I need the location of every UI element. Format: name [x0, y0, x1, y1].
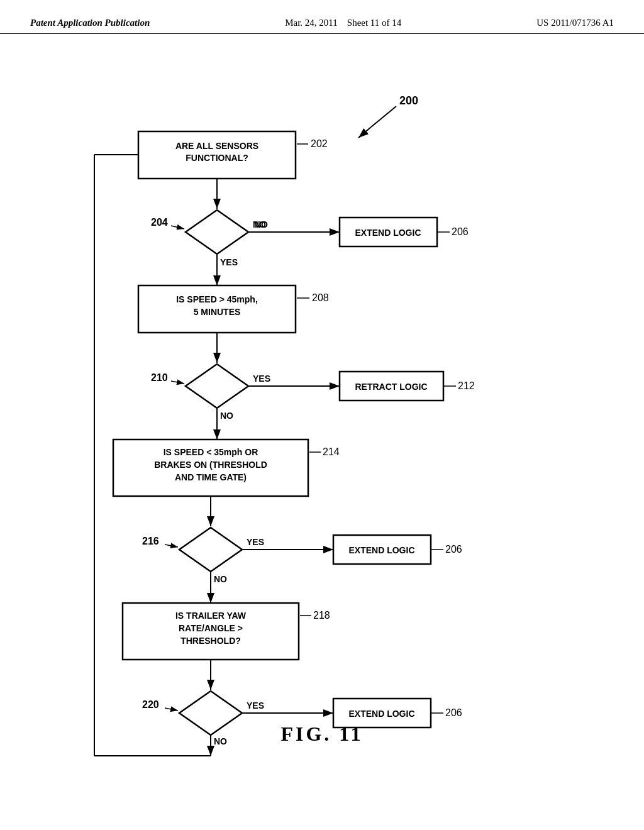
ref-220: 220 [142, 699, 159, 710]
node-202-text1: ARE ALL SENSORS [175, 141, 258, 151]
svg-line-0 [371, 106, 396, 127]
node-218-text3: THRESHOLD? [180, 636, 241, 646]
node-214-text2: BRAKES ON (THRESHOLD [154, 460, 267, 470]
ref-218: 218 [313, 610, 330, 621]
svg-line-6 [171, 226, 184, 229]
ref-208: 208 [312, 292, 329, 303]
date-sheet-label: Mar. 24, 2011 Sheet 11 of 14 [285, 18, 401, 28]
label-yes3-text: YES [247, 537, 264, 547]
node-214-text3: AND TIME GATE) [175, 472, 247, 482]
label-no4-text: NO [214, 736, 227, 746]
svg-line-18 [165, 545, 178, 547]
diamond-216 [179, 528, 242, 572]
svg-line-1 [358, 127, 371, 138]
figure-label: FIG. 11 [280, 722, 363, 746]
retract-logic-212-text: RETRACT LOGIC [355, 382, 427, 392]
label-no2-text: NO [220, 411, 233, 421]
node-218-text1: IS TRAILER YAW [175, 611, 247, 621]
page-header: Patent Application Publication Mar. 24, … [0, 0, 644, 34]
label-yes2-text: YES [253, 374, 270, 384]
publication-label: Patent Application Publication [30, 18, 150, 28]
ref-210: 210 [151, 372, 168, 383]
diagram-area: 200 ARE ALL SENSORS FUNCTIONAL? 202 204 [0, 34, 644, 776]
patent-number-label: US 2011/071736 A1 [536, 18, 614, 28]
ref-206a: 206 [452, 226, 469, 237]
ref-204: 204 [151, 217, 168, 228]
ref-206b: 206 [445, 544, 462, 555]
extend-logic-206c-text: EXTEND LOGIC [348, 709, 414, 719]
ref-202: 202 [311, 138, 328, 149]
ref-206c: 206 [445, 707, 462, 718]
label-no3-text: NO [214, 574, 227, 584]
ref-212: 212 [458, 380, 475, 391]
extend-logic-206a-text: EXTEND LOGIC [355, 228, 421, 238]
node-218-text2: RATE/ANGLE > [179, 623, 243, 633]
label-yes1-text: YES [220, 257, 238, 267]
diamond-220 [179, 691, 242, 735]
node-208-text1: IS SPEED > 45mph, [176, 294, 258, 304]
svg-line-12 [171, 381, 184, 384]
node-208-text2: 5 MINUTES [194, 307, 241, 317]
node-214-text1: IS SPEED < 35mph OR [164, 447, 258, 457]
diamond-204 [186, 210, 248, 254]
ref-200: 200 [399, 94, 418, 107]
label-no1-text: NO [253, 219, 266, 230]
svg-line-24 [165, 708, 178, 711]
flowchart-svg: 200 ARE ALL SENSORS FUNCTIONAL? 202 204 [0, 34, 644, 776]
label-yes4-text: YES [247, 700, 264, 711]
ref-216: 216 [142, 536, 159, 546]
ref-214: 214 [323, 446, 340, 457]
node-202-text2: FUNCTIONAL? [186, 153, 248, 163]
extend-logic-206b-text: EXTEND LOGIC [348, 545, 414, 555]
diamond-210 [186, 364, 248, 408]
